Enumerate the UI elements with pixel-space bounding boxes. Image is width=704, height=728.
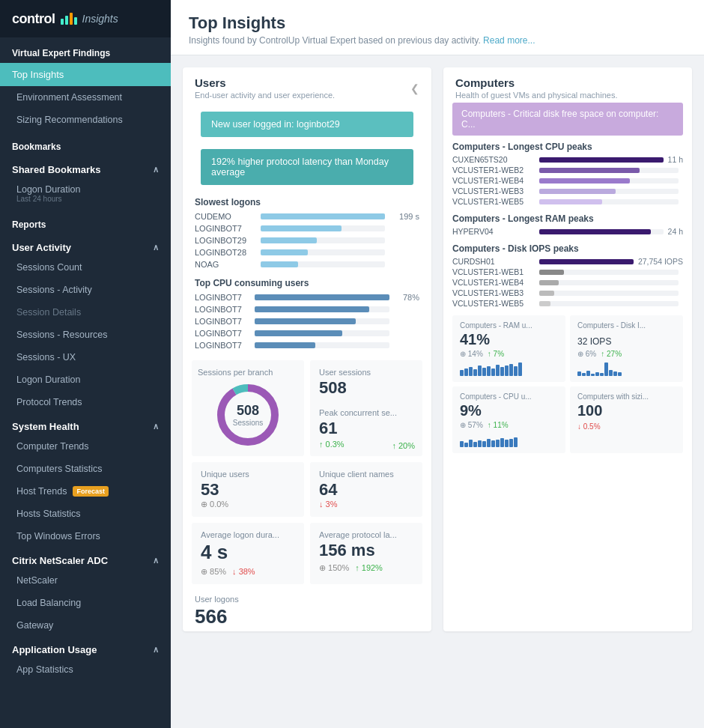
sidebar-item-environment-assessment[interactable]: Environment Assessment (0, 86, 171, 109)
users-card-title: Users (195, 76, 335, 89)
logon-item: CUDEMO 199 s (183, 210, 431, 222)
page-header: Top Insights Insights found by ControlUp… (171, 0, 704, 55)
avg-protocol-label: Average protocol la... (319, 530, 413, 539)
sidebar-item-computers-statistics[interactable]: Computers Statistics (0, 458, 171, 480)
slowest-logons-list: CUDEMO 199 s LOGINBOT7 LOGINBOT29 LOGINB… (183, 210, 431, 270)
user-sessions-label: User sessions (319, 368, 413, 377)
cpu-util-value: 9% (460, 402, 558, 419)
sidebar-item-top-windows-errors[interactable]: Top Windows Errors (0, 525, 171, 547)
cpu-peaks-title: Computers - Longest CPU peaks (452, 142, 683, 152)
avg-logon-change1: ⊕ 85% (201, 567, 226, 577)
sidebar-item-protocol-trends[interactable]: Protocol Trends (0, 391, 171, 413)
system-health-label: System Health (12, 421, 79, 432)
cpu-users-title: Top CPU consuming users (183, 270, 431, 291)
unique-clients-cell: Unique client names 64 ↓ 3% (310, 462, 422, 517)
top-insights-label: Top Insights (12, 69, 64, 80)
peak-label: Peak concurrent se... (319, 408, 413, 417)
cpu-util-subs: ⊕ 57% ↑ 11% (460, 421, 558, 429)
user-logons-value: 566 (195, 605, 419, 628)
comp-metrics-grid: Computers - RAM u... 41% ⊕ 14% ↑ 7% (452, 315, 683, 453)
cpu-users-list: LOGINBOT7 78% LOGINBOT7 LOGINBOT7 LOGINB… (183, 291, 431, 351)
computers-card-subtitle: Health of guest VMs and physical machine… (455, 91, 617, 100)
computer-trends-label: Computer Trends (16, 441, 89, 452)
sidebar-item-sessions-resources[interactable]: Sessions - Resources (0, 324, 171, 346)
logon-item: LOGINBOT29 (183, 234, 431, 246)
users-card-subtitle: End-user activity and user experience. (195, 91, 335, 100)
sessions-branch-label: Sessions per branch (198, 368, 298, 377)
comp-row: VCLUSTER1-WEB4 (452, 278, 683, 287)
unique-clients-value: 64 (319, 480, 413, 500)
logo-product: Insights (82, 13, 118, 25)
forecast-badge: Forecast (73, 486, 109, 497)
cpu-item: LOGINBOT7 (183, 303, 431, 315)
user-activity-header[interactable]: User Activity ∧ (0, 234, 171, 256)
reports-section: Reports (0, 209, 171, 234)
sizing-metric: Computers with sizi... 100 ↓ 0.5% (570, 386, 683, 453)
application-usage-header[interactable]: Application Usage ∧ (0, 637, 171, 658)
sidebar-item-sessions-count[interactable]: Sessions Count (0, 256, 171, 279)
sidebar-item-logon-duration[interactable]: Logon Duration Last 24 hours (0, 178, 171, 209)
user-activity-label: User Activity (12, 242, 71, 253)
sizing-change: ↓ 0.5% (577, 422, 601, 431)
avg-protocol-change1: ⊕ 150% (319, 563, 349, 573)
sidebar-item-sessions-activity[interactable]: Sessions - Activity (0, 279, 171, 301)
ram-peaks-section: Computers - Longest RAM peaks HYPERV04 2… (452, 213, 683, 236)
chevron-up-icon2: ∧ (153, 243, 159, 252)
chevron-left-icon[interactable]: ❮ (410, 82, 419, 94)
avg-logon-value: 4 s (201, 541, 295, 564)
application-usage-label: Application Usage (12, 644, 97, 655)
disk-iops-value: 32 IOPS (577, 331, 676, 348)
unique-users-cell: Unique users 53 ⊕ 0.0% (192, 462, 304, 517)
computers-statistics-label: Computers Statistics (16, 464, 103, 474)
comp-row: VCLUSTER1-WEB5 (452, 197, 683, 206)
sidebar-item-load-balancing[interactable]: Load Balancing (0, 592, 171, 614)
host-trends-label: Host Trends (16, 486, 67, 497)
cpu-mini-bars (460, 432, 558, 447)
shared-bookmarks-header[interactable]: Shared Bookmarks ∧ (0, 157, 171, 178)
cpu-item: LOGINBOT7 (183, 327, 431, 339)
logon-duration-label: Logon Duration (16, 184, 80, 195)
read-more-link[interactable]: Read more... (483, 35, 535, 46)
comp-row: HYPERV04 24 h (452, 227, 683, 236)
sidebar-item-host-trends[interactable]: Host Trends Forecast (0, 480, 171, 503)
sidebar-item-gateway[interactable]: Gateway (0, 614, 171, 637)
load-balancing-label: Load Balancing (16, 598, 81, 608)
sidebar-item-sizing-recommendations[interactable]: Sizing Recommendations (0, 109, 171, 131)
comp-row: VCLUSTER1-WEB3 (452, 288, 683, 297)
disk-iops-unit: IOPS (587, 336, 611, 347)
sidebar-item-hosts-statistics[interactable]: Hosts Statistics (0, 503, 171, 525)
logo-bars-icon (61, 13, 77, 25)
ram-util-value: 41% (460, 331, 558, 348)
logo-brand: control (12, 11, 55, 27)
sizing-title: Computers with sizi... (577, 392, 676, 401)
comp-row: CURDSH01 27,754 IOPS (452, 257, 683, 266)
main-content: Top Insights Insights found by ControlUp… (171, 0, 704, 728)
citrix-netscaler-header[interactable]: Citrix NetScaler ADC ∧ (0, 547, 171, 569)
disk-iops-title: Computers - Disk IOPS peaks (452, 243, 683, 254)
sidebar-item-netscaler[interactable]: NetScaler (0, 569, 171, 592)
sidebar-item-session-details[interactable]: Session Details (0, 301, 171, 324)
avg-logon-change2: ↓ 38% (232, 567, 255, 577)
sessions-activity-label: Sessions - Activity (16, 285, 92, 295)
donut-sub: Sessions (233, 419, 264, 427)
protocol-trends-label: Protocol Trends (16, 397, 82, 407)
ram-util-title: Computers - RAM u... (460, 321, 558, 330)
sidebar-item-app-statistics[interactable]: App Statistics (0, 658, 171, 681)
cpu-util-title: Computers - CPU u... (460, 392, 558, 401)
ram-mini-bars (460, 361, 558, 376)
system-health-header[interactable]: System Health ∧ (0, 413, 171, 435)
sidebar-item-top-insights[interactable]: Top Insights (0, 63, 171, 86)
comp-row: VCLUSTER1-WEB4 (452, 176, 683, 185)
sidebar-item-logon-duration2[interactable]: Logon Duration (0, 368, 171, 391)
citrix-netscaler-label: Citrix NetScaler ADC (12, 555, 108, 566)
logo: control Insights (0, 0, 171, 37)
sidebar-item-sessions-ux[interactable]: Sessions - UX (0, 346, 171, 368)
logon-duration2-label: Logon Duration (16, 374, 80, 385)
sessions-count-label: Sessions Count (16, 262, 82, 273)
comp-row: CUXEN65TS20 11 h (452, 155, 683, 164)
stats-grid: Sessions per branch 508 Sessions (183, 354, 431, 590)
disk-iops-title2: Computers - Disk I... (577, 321, 676, 330)
sidebar-item-computer-trends[interactable]: Computer Trends (0, 435, 171, 458)
computers-card-title: Computers (455, 76, 617, 89)
logon-item: NOAG (183, 258, 431, 270)
